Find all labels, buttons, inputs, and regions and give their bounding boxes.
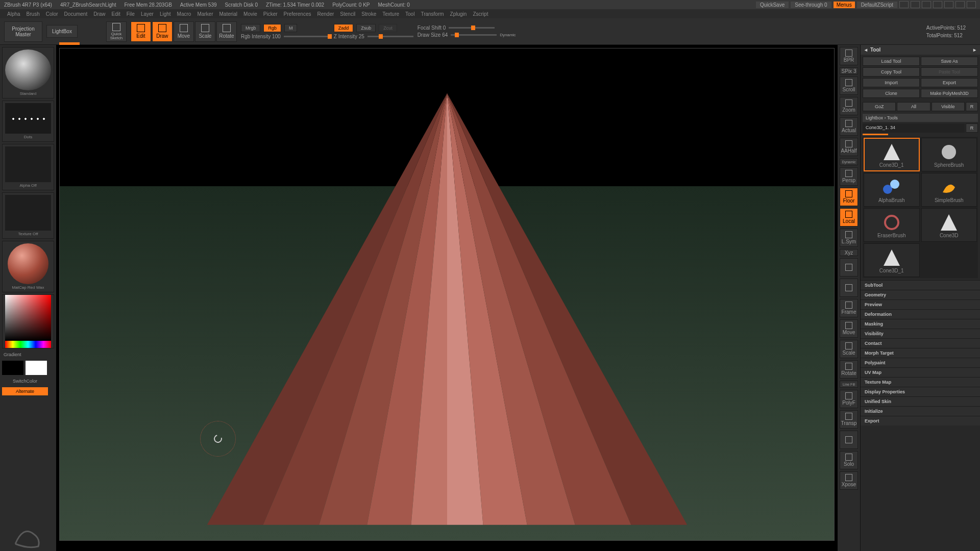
xpose-button[interactable]: Xpose: [840, 471, 858, 490]
section-initialize[interactable]: Initialize: [861, 406, 980, 416]
scroll-button[interactable]: Scroll: [840, 77, 858, 95]
menu-render[interactable]: Render: [317, 11, 334, 17]
window-btn-2[interactable]: [911, 1, 920, 8]
menu-macro[interactable]: Macro: [177, 11, 191, 17]
spix-3-button[interactable]: SPix 3: [840, 67, 858, 74]
goz-visible-button[interactable]: Visible: [932, 102, 965, 111]
seethrough-slider[interactable]: See-through 0: [791, 2, 831, 8]
tool-r-button[interactable]: R: [966, 123, 978, 133]
import-button[interactable]: Import: [863, 78, 920, 87]
export-button[interactable]: Export: [921, 78, 978, 87]
tool-panel-header[interactable]: ◂ Tool ▸: [861, 45, 980, 55]
section-masking[interactable]: Masking: [861, 319, 980, 329]
hue-strip[interactable]: [5, 341, 51, 348]
zsub-button[interactable]: Zsub: [356, 24, 376, 32]
window-btn-1[interactable]: [899, 1, 909, 8]
m-button[interactable]: M: [284, 24, 298, 32]
collapse-icon[interactable]: ▸: [973, 47, 976, 53]
rotate-button[interactable]: Rotate: [840, 360, 858, 379]
nav-button[interactable]: [840, 279, 858, 297]
save-as-button[interactable]: Save As: [921, 57, 978, 66]
alternate-button[interactable]: Alternate: [2, 387, 48, 395]
goz-r-button[interactable]: R: [966, 102, 978, 111]
menu-zscript[interactable]: Zscript: [473, 11, 488, 17]
menu-zplugin[interactable]: Zplugin: [450, 11, 467, 17]
quicksketch-button[interactable]: Quick Sketch: [106, 21, 127, 42]
menu-stencil[interactable]: Stencil: [340, 11, 355, 17]
window-btn-3[interactable]: [922, 1, 931, 8]
zoom-button[interactable]: Zoom: [840, 97, 858, 115]
persp-button[interactable]: Persp: [840, 167, 858, 186]
transp-button[interactable]: Transp: [840, 410, 858, 429]
bpr-button[interactable]: BPR: [840, 47, 858, 65]
scale-mode-button[interactable]: Scale: [195, 21, 215, 42]
draw-mode-button[interactable]: Draw: [152, 21, 173, 42]
pin-icon[interactable]: ◂: [865, 47, 867, 53]
menu-picker[interactable]: Picker: [263, 11, 278, 17]
menu-color[interactable]: Color: [46, 11, 58, 17]
close-button[interactable]: [967, 1, 976, 8]
lightbox-button[interactable]: LightBox: [46, 25, 78, 38]
current-tool-name[interactable]: Cone3D_1. 34: [863, 123, 965, 133]
menu-layer[interactable]: Layer: [141, 11, 154, 17]
menu-stroke[interactable]: Stroke: [361, 11, 376, 17]
menu-transform[interactable]: Transform: [421, 11, 444, 17]
actual-button[interactable]: Actual: [840, 117, 858, 136]
default-zscript[interactable]: DefaultZScript: [857, 2, 897, 8]
menu-movie[interactable]: Movie: [243, 11, 257, 17]
aahalf-button[interactable]: AAHalf: [840, 138, 858, 156]
tool-thumb-cone3d-1[interactable]: Cone3D_1: [864, 138, 920, 171]
section-texture-map[interactable]: Texture Map: [861, 377, 980, 387]
color-square[interactable]: [5, 295, 51, 341]
load-tool-button[interactable]: Load Tool: [863, 57, 920, 66]
color-picker[interactable]: [2, 294, 54, 348]
l-sym-button[interactable]: L.Sym: [840, 229, 858, 247]
local-button[interactable]: Local: [840, 208, 858, 227]
floor-button[interactable]: Floor: [840, 188, 858, 206]
projection-master-button[interactable]: Projection Master: [4, 21, 42, 42]
brush-selector[interactable]: Standard: [2, 47, 54, 98]
move-button[interactable]: Move: [840, 319, 858, 338]
viewport[interactable]: [59, 48, 835, 541]
menu-material[interactable]: Material: [219, 11, 238, 17]
frame-button[interactable]: Frame: [840, 299, 858, 317]
polyf-button[interactable]: PolyF: [840, 390, 858, 408]
tool-thumb-simplebrush[interactable]: SimpleBrush: [921, 173, 977, 207]
scale-button[interactable]: Scale: [840, 340, 858, 358]
section-contact[interactable]: Contact: [861, 338, 980, 348]
menu-marker[interactable]: Marker: [197, 11, 213, 17]
window-btn-4[interactable]: [933, 1, 942, 8]
section-display-properties[interactable]: Display Properties: [861, 387, 980, 396]
primary-color-swatch[interactable]: [26, 361, 47, 375]
section-export[interactable]: Export: [861, 416, 980, 425]
secondary-color-swatch[interactable]: [2, 361, 23, 375]
tool-thumb-cone3d-1[interactable]: Cone3D_1: [864, 243, 920, 277]
section-geometry[interactable]: Geometry: [861, 290, 980, 299]
menus-toggle[interactable]: Menus: [834, 2, 855, 8]
menu-brush[interactable]: Brush: [27, 11, 40, 17]
texture-selector[interactable]: Texture Off: [2, 192, 54, 239]
rgb-intensity-slider[interactable]: [284, 36, 330, 37]
tool-thumb-alphabrush[interactable]: AlphaBrush: [864, 173, 920, 207]
z-intensity-slider[interactable]: [368, 36, 413, 37]
menu-light[interactable]: Light: [160, 11, 171, 17]
clone-button[interactable]: Clone: [863, 89, 920, 98]
nav-button[interactable]: [840, 431, 858, 449]
draw-size-slider[interactable]: [451, 34, 497, 36]
menu-draw[interactable]: Draw: [93, 11, 105, 17]
section-polypaint[interactable]: Polypaint: [861, 358, 980, 367]
document-tab[interactable]: [59, 42, 80, 45]
section-subtool[interactable]: SubTool: [861, 280, 980, 290]
tool-thumb-eraserbrush[interactable]: EraserBrush: [864, 208, 920, 242]
material-selector[interactable]: MatCap Red Wax: [2, 241, 54, 292]
nav-button[interactable]: [840, 258, 858, 277]
make-polymesh3d-button[interactable]: Make PolyMesh3D: [921, 89, 978, 98]
switch-color-button[interactable]: SwitchColor: [2, 377, 48, 385]
quicksave-button[interactable]: QuickSave: [756, 2, 789, 8]
zadd-button[interactable]: Zadd: [334, 24, 354, 32]
section-morph-target[interactable]: Morph Target: [861, 348, 980, 358]
menu-alpha[interactable]: Alpha: [7, 11, 20, 17]
goz-all-button[interactable]: All: [897, 102, 930, 111]
alpha-selector[interactable]: Alpha Off: [2, 144, 54, 190]
section-unified-skin[interactable]: Unified Skin: [861, 396, 980, 406]
